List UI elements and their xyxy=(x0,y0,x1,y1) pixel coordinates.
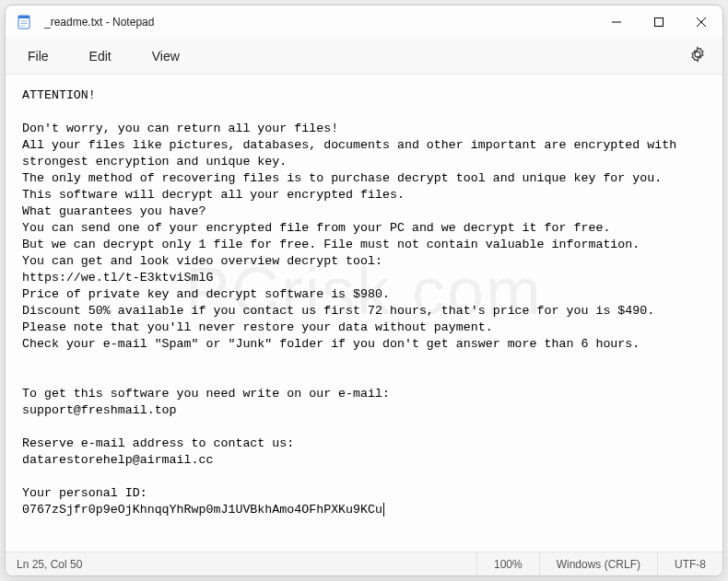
settings-button[interactable] xyxy=(680,41,715,72)
text-line: Please note that you'll never restore yo… xyxy=(22,320,493,334)
maximize-icon xyxy=(654,17,663,27)
text-line: Discount 50% available if you contact us… xyxy=(22,304,654,318)
text-editor[interactable]: ATTENTION! Don't worry, you can return a… xyxy=(6,75,722,552)
text-line: https://we.tl/t-E3ktviSmlG xyxy=(22,271,213,285)
minimize-button[interactable] xyxy=(595,6,638,38)
notepad-window: _readme.txt - Notepad File Edit View ATT… xyxy=(5,5,723,576)
text-line: Don't worry, you can return all your fil… xyxy=(22,122,338,135)
text-line: Price of private key and decrypt softwar… xyxy=(22,287,390,301)
status-eol: Windows (CRLF) xyxy=(539,552,657,575)
text-line: But we can decrypt only 1 file for free.… xyxy=(22,238,640,251)
text-line: The only method of recovering files is t… xyxy=(22,171,662,185)
titlebar: _readme.txt - Notepad xyxy=(6,6,722,38)
close-icon xyxy=(697,17,706,27)
minimize-icon xyxy=(612,17,621,27)
text-line: This software will decrypt all your encr… xyxy=(22,188,405,202)
text-line: support@freshmail.top xyxy=(22,403,177,417)
menu-view[interactable]: View xyxy=(137,43,194,69)
svg-rect-6 xyxy=(655,17,663,26)
text-line: You can send one of your encrypted file … xyxy=(22,221,610,235)
text-line: datarestorehelp@airmail.cc xyxy=(22,453,213,467)
gear-icon xyxy=(689,46,706,63)
statusbar: Ln 25, Col 50 100% Windows (CRLF) UTF-8 xyxy=(6,552,722,575)
text-line: What guarantees you have? xyxy=(22,204,206,218)
status-position: Ln 25, Col 50 xyxy=(6,552,99,575)
text-line: 0767zSjfr0p9eOjKhnqqYhRwp0mJ1UVBkhAmo4OF… xyxy=(22,503,384,517)
close-button[interactable] xyxy=(680,6,722,38)
svg-rect-1 xyxy=(18,16,29,18)
window-controls xyxy=(595,6,722,38)
text-line: ATTENTION! xyxy=(22,88,96,102)
text-line: You can get and look video overview decr… xyxy=(22,254,382,268)
text-line: Your personal ID: xyxy=(22,486,147,500)
status-zoom[interactable]: 100% xyxy=(476,552,539,575)
text-line: To get this software you need write on o… xyxy=(22,387,390,401)
notepad-icon xyxy=(17,15,31,29)
text-line: Check your e-mail "Spam" or "Junk" folde… xyxy=(22,337,640,351)
maximize-button[interactable] xyxy=(638,6,680,38)
status-encoding: UTF-8 xyxy=(657,552,722,575)
menubar: File Edit View xyxy=(6,38,722,75)
text-line: All your files like pictures, databases,… xyxy=(22,138,684,168)
window-title: _readme.txt - Notepad xyxy=(44,16,154,29)
text-line: Reserve e-mail address to contact us: xyxy=(22,436,294,450)
menu-edit[interactable]: Edit xyxy=(75,43,126,69)
menu-file[interactable]: File xyxy=(13,43,64,69)
